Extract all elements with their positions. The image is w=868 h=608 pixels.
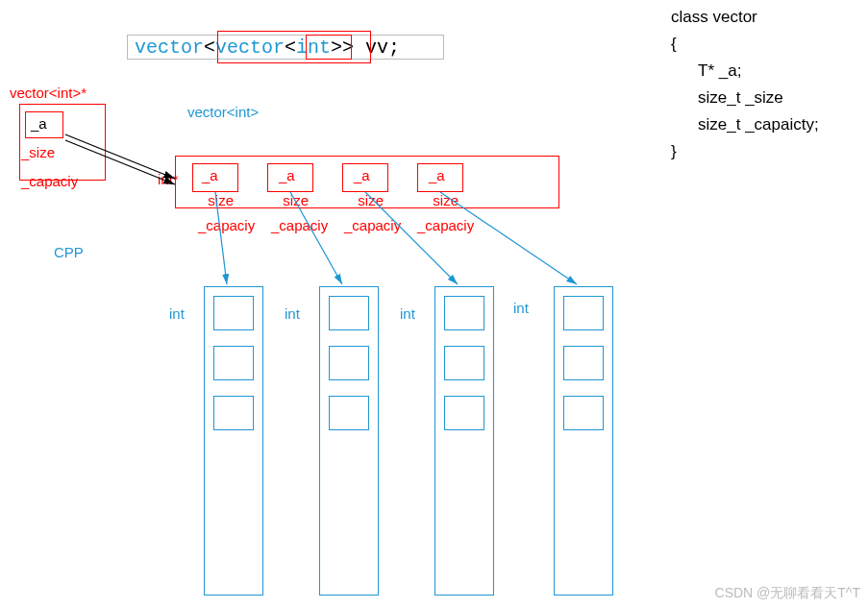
row-cell-3-a: _a (429, 167, 445, 183)
outer-struct-capacity: _capaciy (21, 173, 78, 189)
class-line-5: size_t _capaicty; (671, 111, 819, 138)
row-cell-0-cap: _capaciy (198, 217, 255, 233)
decl-vector-outer: vector (135, 36, 204, 59)
class-line-1: class vector (671, 4, 819, 31)
decl-box-int (306, 35, 352, 60)
col-3-box (554, 286, 613, 596)
outer-struct-a: _a (31, 115, 47, 132)
col-2-cell-a (444, 296, 484, 330)
col-0-label: int (169, 305, 185, 322)
col-3-cell-b (563, 346, 604, 380)
row-cell-2-size: _size (350, 192, 384, 208)
vector-int-label: vector<int> (187, 104, 259, 120)
col-1-label: int (285, 305, 300, 322)
col-1-box (319, 286, 379, 596)
col-1-cell-a (329, 296, 369, 330)
row-cell-1-cap: _capaciy (271, 217, 328, 233)
col-0-cell-c (213, 396, 254, 430)
row-cell-1-size: _size (275, 192, 309, 208)
outer-struct-size: _size (21, 144, 55, 160)
col-3-label: int (513, 300, 529, 316)
class-line-3: T* _a; (671, 58, 819, 85)
vector-int-ptr-label: vector<int>* (10, 85, 87, 101)
cpp-label: CPP (54, 244, 84, 260)
class-line-6: } (671, 138, 819, 165)
class-line-4: size_t _size (671, 85, 819, 111)
class-line-2: { (671, 31, 819, 58)
col-0-cell-a (213, 296, 254, 330)
row-cell-1-a: _a (279, 167, 295, 183)
row-cell-0-a: _a (202, 167, 218, 183)
col-0-cell-b (213, 346, 254, 380)
col-2-label: int (400, 305, 415, 322)
decl-lt1: < (204, 36, 215, 59)
row-cell-2-cap: _capaciy (344, 217, 401, 233)
col-1-cell-c (329, 396, 369, 430)
watermark: CSDN @无聊看看天T^T (715, 585, 860, 602)
col-3-cell-c (563, 396, 604, 430)
row-cell-3-cap: _capaciy (417, 217, 474, 233)
row-cell-2-a: _a (354, 167, 370, 183)
col-2-cell-c (444, 396, 484, 430)
class-def: class vector { T* _a; size_t _size size_… (671, 4, 819, 165)
row-cell-0-size: _size (200, 192, 234, 208)
row-cell-3-size: _size (425, 192, 459, 208)
col-0-box (204, 286, 263, 596)
col-1-cell-b (329, 346, 369, 380)
col-2-box (434, 286, 494, 596)
col-2-cell-b (444, 346, 484, 380)
col-3-cell-a (563, 296, 604, 330)
